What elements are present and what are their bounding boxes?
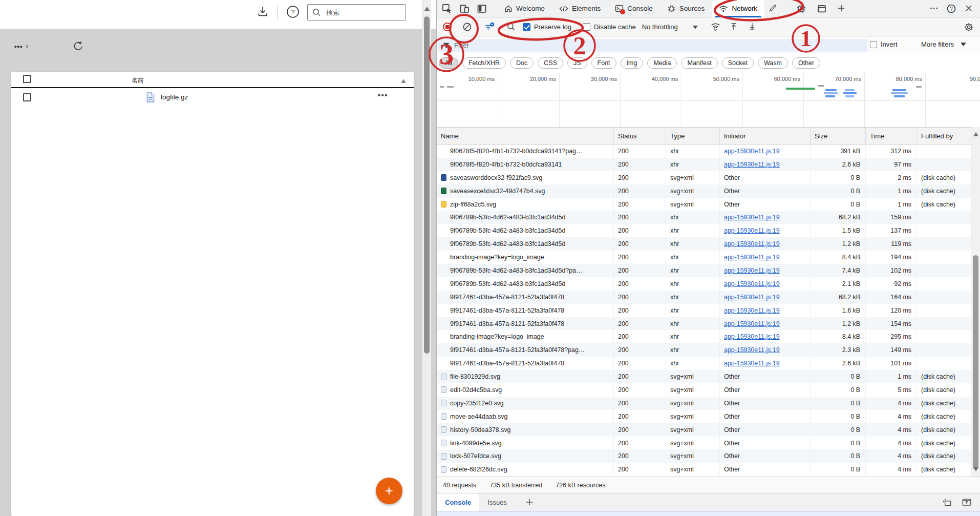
table-row[interactable]: 9f0678f5-f820-4fb1-b732-b0dcfca93141?pag… [437, 145, 971, 158]
request-initiator[interactable]: Other [724, 188, 740, 195]
export-har-button[interactable] [747, 21, 758, 33]
preserve-log-checkbox[interactable] [523, 23, 530, 31]
column-header-status[interactable]: Status [614, 128, 666, 144]
scroll-up-icon[interactable] [973, 130, 979, 139]
clear-button[interactable] [461, 21, 473, 33]
request-initiator[interactable]: Other [724, 440, 740, 447]
cpu-icon[interactable] [794, 2, 808, 16]
tab-sources[interactable]: Sources [660, 0, 712, 17]
breadcrumb-ellipsis-button[interactable]: ••• [11, 42, 26, 51]
download-button[interactable] [256, 6, 269, 19]
request-initiator[interactable]: Other [724, 386, 740, 394]
table-row[interactable]: 9f06789b-53fc-4d62-a483-b3fc1ad34d5d 200… [437, 224, 971, 237]
request-initiator[interactable]: app-15930e11.js:19 [724, 254, 780, 261]
table-row[interactable]: lock-507efdce.svg 200 svg+xml Other 0 B … [437, 449, 971, 463]
type-filter-img[interactable]: Img [621, 57, 644, 69]
drawer-tab-issues[interactable]: Issues [479, 493, 515, 512]
tab-elements[interactable]: Elements [552, 0, 608, 17]
console-prompt-strip[interactable] [437, 511, 980, 516]
request-initiator[interactable]: app-15930e11.js:19 [724, 360, 780, 367]
preserve-log-label[interactable]: Preserve log [534, 23, 571, 31]
table-row[interactable]: 9f06789b-53fc-4d62-a483-b3fc1ad34d5d 200… [437, 211, 971, 224]
type-filter-other[interactable]: Other [792, 57, 820, 69]
column-header-type[interactable]: Type [666, 128, 720, 144]
request-initiator[interactable]: app-15930e11.js:19 [724, 240, 780, 247]
throttling-caret-icon[interactable] [692, 23, 698, 32]
column-header-initiator[interactable]: Initiator [720, 128, 811, 144]
request-initiator[interactable]: app-15930e11.js:19 [724, 161, 780, 168]
filter-toggle-button[interactable] [483, 21, 496, 33]
table-row[interactable]: 9f917461-d3ba-457a-8121-52fa3fa0f478 200… [437, 317, 971, 331]
scrollbar-thumb[interactable] [424, 16, 430, 354]
table-row[interactable]: 9f917461-d3ba-457a-8121-52fa3fa0f478 200… [437, 304, 971, 317]
disable-cache-checkbox[interactable] [583, 23, 590, 31]
drawer-add-tab-button[interactable] [522, 496, 537, 510]
select-all-checkbox[interactable] [23, 75, 31, 83]
table-row[interactable]: link-4099de5e.svg 200 svg+xml Other 0 B … [437, 437, 971, 450]
table-row[interactable]: saveasexcelxlsx32-49d747b4.svg 200 svg+x… [437, 184, 971, 198]
table-row[interactable]: zip-ff68a2c5.svg 200 svg+xml Other 0 B 1… [437, 198, 971, 211]
scroll-down-icon[interactable] [973, 465, 979, 474]
add-fab-button[interactable]: + [376, 478, 402, 504]
table-row[interactable]: saveasworddocx32-f921fac9.svg 200 svg+xm… [437, 171, 971, 184]
request-initiator[interactable]: app-15930e11.js:19 [724, 214, 780, 221]
type-filter-js[interactable]: JS [567, 57, 587, 69]
scroll-up-icon[interactable] [424, 4, 430, 13]
table-row[interactable]: edit-02d4c5ba.svg 200 svg+xml Other 0 B … [437, 383, 971, 397]
request-initiator[interactable]: app-15930e11.js:19 [724, 320, 780, 327]
search-requests-button[interactable] [505, 21, 517, 33]
request-initiator[interactable]: Other [724, 452, 740, 460]
undock-drawer-button[interactable] [941, 497, 953, 509]
request-initiator[interactable]: app-15930e11.js:19 [724, 346, 780, 354]
record-button[interactable] [441, 21, 453, 33]
request-initiator[interactable]: app-15930e11.js:19 [724, 294, 780, 301]
request-initiator[interactable]: app-15930e11.js:19 [724, 227, 780, 234]
expand-drawer-button[interactable] [961, 497, 973, 509]
file-checkbox[interactable] [23, 93, 31, 101]
column-header-fulfilledby[interactable]: Fulfilled by [917, 128, 971, 144]
table-row[interactable]: 9f917461-d3ba-457a-8121-52fa3fa0f478?pag… [437, 343, 971, 357]
close-devtools-button[interactable] [962, 2, 976, 16]
request-initiator[interactable]: Other [724, 466, 740, 473]
type-filter-font[interactable]: Font [591, 57, 616, 69]
column-header-size[interactable]: Size [811, 128, 866, 144]
table-row[interactable]: 9f06789b-53fc-4d62-a483-b3fc1ad34d5d 200… [437, 277, 971, 291]
window-icon[interactable] [815, 2, 829, 16]
filter-input[interactable]: Filter [438, 39, 867, 52]
scrollbar-thumb[interactable] [973, 255, 978, 469]
column-header-name[interactable]: Name [437, 128, 614, 144]
help-button[interactable]: ? [285, 5, 301, 20]
add-tab-button[interactable] [834, 2, 848, 16]
type-filter-css[interactable]: CSS [538, 57, 563, 69]
invert-filter[interactable]: Invert [870, 40, 898, 48]
table-row[interactable]: move-ae44daab.svg 200 svg+xml Other 0 B … [437, 410, 971, 423]
request-initiator[interactable]: Other [724, 201, 740, 208]
table-row[interactable]: 9f06789b-53fc-4d62-a483-b3fc1ad34d5d 200… [437, 237, 971, 251]
table-row[interactable]: 9f917461-d3ba-457a-8121-52fa3fa0f478 200… [437, 291, 971, 304]
dock-side-button[interactable] [475, 2, 489, 16]
type-filter-all[interactable]: All [439, 57, 458, 69]
column-header-time[interactable]: Time [866, 128, 917, 144]
more-filters-button[interactable]: More filters [918, 40, 970, 49]
file-row[interactable]: logfile.gz ••• [11, 88, 414, 108]
tab-welcome[interactable]: Welcome [497, 0, 552, 17]
tab-console[interactable]: Console [608, 0, 660, 17]
inspect-element-button[interactable] [440, 2, 454, 16]
request-initiator[interactable]: app-15930e11.js:19 [724, 267, 780, 274]
import-har-button[interactable] [728, 21, 739, 33]
disable-cache-label[interactable]: Disable cache [594, 23, 636, 31]
request-initiator[interactable]: app-15930e11.js:19 [724, 148, 780, 155]
devtools-help-button[interactable]: ? [944, 2, 958, 16]
table-row[interactable]: 9f0678f5-f820-4fb1-b732-b0dcfca93141 200… [437, 158, 971, 171]
type-filter-doc[interactable]: Doc [510, 57, 534, 69]
table-row[interactable]: branding-image?key=logo_image 200 xhr ap… [437, 251, 971, 264]
table-row[interactable]: file-8301929d.svg 200 svg+xml Other 0 B … [437, 370, 971, 383]
network-settings-button[interactable] [963, 21, 975, 33]
file-row-menu-button[interactable]: ••• [375, 90, 391, 100]
type-filter-manifest[interactable]: Manifest [681, 57, 717, 69]
type-filter-fetchxhr[interactable]: Fetch/XHR [462, 57, 506, 69]
pen-icon[interactable] [765, 2, 780, 16]
request-initiator[interactable]: Other [724, 426, 740, 434]
request-initiator[interactable]: app-15930e11.js:19 [724, 307, 780, 314]
device-toolbar-button[interactable] [457, 2, 472, 16]
